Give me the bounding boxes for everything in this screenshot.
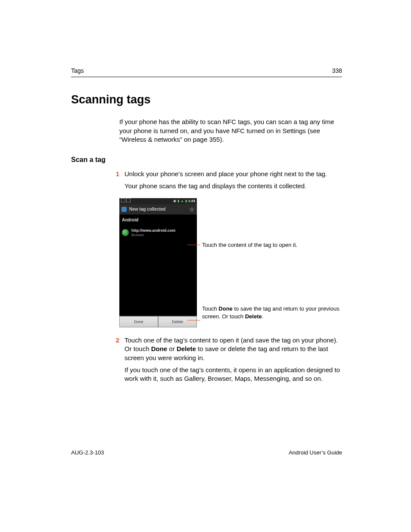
- header-section: Tags: [71, 67, 84, 75]
- figure: ◉ ▮ ▲ ▮ 1:23 New tag collected ☆ Android…: [119, 198, 342, 327]
- footer-right: Android User’s Guide: [289, 449, 342, 457]
- step-2-done: Done: [151, 345, 168, 352]
- callouts: Touch the content of the tag to open it.…: [202, 198, 342, 327]
- callout-top-text: Touch the content of the tag to open it.: [202, 242, 297, 248]
- status-bar: ◉ ▮ ▲ ▮ 1:23: [119, 198, 197, 204]
- step-2-mid: or: [167, 345, 177, 352]
- page-footer: AUG-2.3-103 Android User’s Guide: [71, 449, 342, 457]
- signal-icon: ▮: [177, 199, 179, 204]
- step-2: 2 Touch one of the tag’s content to open…: [109, 336, 342, 386]
- phone-screenshot: ◉ ▮ ▲ ▮ 1:23 New tag collected ☆ Android…: [119, 198, 197, 327]
- step-number: 1: [109, 170, 125, 194]
- tag-url-block: http://www.android.com Browser: [131, 227, 175, 238]
- tag-content-row[interactable]: http://www.android.com Browser: [119, 226, 197, 242]
- status-clock: 1:23: [188, 199, 195, 204]
- tag-section-label: Android: [119, 215, 197, 226]
- callout-bottom-done: Done: [218, 305, 233, 312]
- step-body: Unlock your phone’s screen and place you…: [125, 170, 342, 194]
- footer-left: AUG-2.3-103: [71, 449, 104, 457]
- status-icon: [121, 198, 125, 202]
- step-number: 2: [109, 336, 125, 386]
- step-2-para-1: Touch one of the tag’s content to open i…: [125, 336, 342, 362]
- step-body: Touch one of the tag’s content to open i…: [125, 336, 342, 386]
- done-button[interactable]: Done: [119, 316, 158, 327]
- step-1: 1 Unlock your phone’s screen and place y…: [109, 170, 342, 194]
- phone-button-row: Done Delete: [119, 316, 197, 327]
- header-page-number: 338: [332, 67, 342, 75]
- step-1-line-2: Your phone scans the tag and displays th…: [125, 182, 342, 190]
- status-left-icons: [121, 198, 131, 204]
- tag-url-sub: Browser: [131, 233, 175, 238]
- tag-url: http://www.android.com: [131, 228, 175, 233]
- page-title: Scanning tags: [71, 92, 342, 107]
- phone-title-bar: New tag collected ☆: [119, 204, 197, 215]
- callout-bottom-post: .: [262, 313, 264, 320]
- callout-bottom-pre: Touch: [202, 305, 218, 312]
- callout-line-top: [187, 245, 200, 245]
- running-header: Tags 338: [71, 67, 342, 77]
- status-right: ◉ ▮ ▲ ▮ 1:23: [173, 199, 195, 204]
- globe-icon: [122, 229, 129, 236]
- signal-bars-icon: ▲: [181, 199, 184, 204]
- step-2-para-2: If you touch one of the tag’s contents, …: [125, 366, 342, 383]
- intro-paragraph: If your phone has the ability to scan NF…: [119, 118, 342, 144]
- phone-empty-area: [119, 242, 197, 316]
- callout-line-bottom: [187, 320, 200, 320]
- step-1-line-1: Unlock your phone’s screen and place you…: [125, 170, 342, 178]
- section-heading: Scan a tag: [71, 155, 342, 165]
- battery-icon: ▮: [185, 199, 187, 204]
- callout-done-delete: Touch Done to save the tag and return to…: [202, 305, 342, 320]
- star-icon: ☆: [189, 206, 195, 212]
- nfc-icon: ◉: [173, 199, 176, 204]
- document-page: Tags 338 Scanning tags If your phone has…: [0, 0, 411, 532]
- tag-icon: [121, 207, 127, 212]
- callout-bottom-delete: Delete: [245, 313, 262, 320]
- phone-title-text: New tag collected: [129, 206, 165, 212]
- status-icon: [126, 198, 131, 202]
- delete-button[interactable]: Delete: [158, 316, 197, 327]
- step-2-delete: Delete: [177, 345, 196, 352]
- callout-open-content: Touch the content of the tag to open it.: [202, 241, 342, 249]
